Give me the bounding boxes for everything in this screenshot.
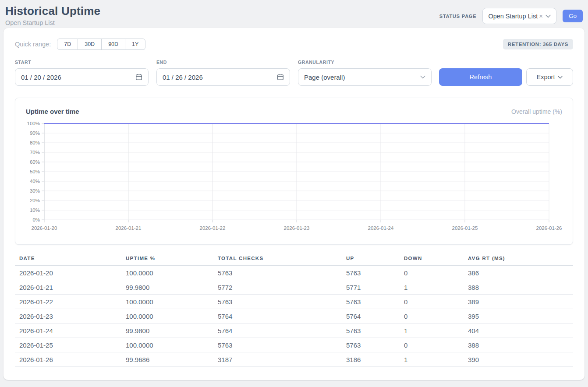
quick-range-90d[interactable]: 90D [102, 39, 125, 50]
table-body: 2026-01-20100.00005763576303862026-01-21… [15, 266, 573, 367]
table-cell: 1 [404, 327, 468, 334]
clear-icon[interactable]: × [539, 13, 543, 19]
table-header-row: DATEUPTIME %TOTAL CHECKSUPDOWNAVG RT (MS… [15, 256, 573, 266]
end-label: END [156, 60, 290, 65]
table-cell: 99.9800 [126, 284, 218, 291]
go-button[interactable]: Go [563, 10, 583, 22]
svg-text:70%: 70% [30, 150, 40, 155]
quick-range-label: Quick range: [15, 41, 51, 48]
start-label: START [15, 60, 149, 65]
chart-header: Uptime over time Overall uptime (%) [15, 108, 573, 115]
table-row: 2026-01-25100.0000576357630388 [15, 338, 573, 352]
svg-text:2026-01-23: 2026-01-23 [284, 225, 310, 231]
table-cell: 2026-01-22 [19, 298, 126, 306]
svg-text:40%: 40% [30, 179, 40, 184]
table-cell: 100.0000 [126, 313, 218, 320]
column-header: AVG RT (MS) [468, 256, 573, 261]
quick-range-group: 7D30D90D1Y [57, 39, 145, 50]
table-cell: 3186 [346, 356, 404, 363]
svg-text:60%: 60% [30, 159, 40, 165]
calendar-icon[interactable] [135, 74, 142, 81]
table-cell: 0 [404, 341, 468, 349]
refresh-button[interactable]: Refresh [439, 68, 522, 86]
calendar-icon[interactable] [277, 74, 284, 81]
table-cell: 5771 [346, 284, 404, 291]
column-header: UPTIME % [126, 256, 218, 261]
filters-row: START 01 / 20 / 2026 END 01 / 26 / 2026 … [15, 60, 573, 86]
chevron-down-icon [558, 76, 563, 79]
table-cell: 5763 [346, 327, 404, 334]
end-date-input[interactable]: 01 / 26 / 2026 [156, 68, 290, 86]
main-panel: Quick range: 7D30D90D1Y RETENTION: 365 D… [4, 28, 584, 380]
table-cell: 5763 [346, 298, 404, 306]
table-cell: 0 [404, 298, 468, 306]
table-cell: 5764 [218, 327, 346, 334]
table-cell: 100.0000 [126, 341, 218, 349]
table-row: 2026-01-2499.9800576457631404 [15, 324, 573, 338]
svg-text:2026-01-26: 2026-01-26 [536, 225, 562, 231]
granularity-select[interactable]: Page (overall) [298, 68, 432, 86]
svg-text:10%: 10% [30, 208, 40, 213]
table-cell: 0 [404, 313, 468, 320]
column-header: DOWN [404, 256, 468, 261]
chart-title: Uptime over time [26, 108, 79, 115]
column-header: TOTAL CHECKS [218, 256, 346, 261]
table-cell: 5763 [346, 341, 404, 349]
svg-text:2026-01-24: 2026-01-24 [368, 225, 394, 231]
quick-range-30d[interactable]: 30D [78, 39, 102, 50]
svg-text:2026-01-20: 2026-01-20 [32, 225, 57, 231]
svg-text:90%: 90% [30, 130, 40, 136]
svg-text:2026-01-25: 2026-01-25 [452, 225, 478, 231]
title-block: Historical Uptime Open Startup List [5, 4, 100, 26]
uptime-chart-card: Uptime over time Overall uptime (%) 0%10… [15, 98, 573, 245]
granularity-value: Page (overall) [304, 74, 345, 81]
svg-text:100%: 100% [27, 121, 40, 126]
status-page-value: Open Startup List [488, 13, 538, 20]
table-cell: 388 [468, 341, 573, 349]
quick-range-7d[interactable]: 7D [57, 39, 78, 50]
table-cell: 1 [404, 356, 468, 363]
table-cell: 2026-01-25 [19, 341, 126, 349]
end-date-field: END 01 / 26 / 2026 [156, 60, 290, 86]
table-cell: 5764 [346, 313, 404, 320]
end-date-value: 01 / 26 / 2026 [163, 74, 203, 81]
quick-range-row: Quick range: 7D30D90D1Y RETENTION: 365 D… [15, 39, 573, 50]
table-row: 2026-01-23100.0000576457640395 [15, 309, 573, 324]
granularity-field: GRANULARITY Page (overall) [298, 60, 432, 86]
table-cell: 388 [468, 284, 573, 291]
table-cell: 395 [468, 313, 573, 320]
svg-text:20%: 20% [30, 198, 40, 203]
granularity-label: GRANULARITY [298, 60, 432, 65]
table-cell: 386 [468, 269, 573, 277]
table-cell: 5772 [218, 284, 346, 291]
chevron-down-icon [545, 14, 551, 18]
table-cell: 0 [404, 269, 468, 277]
start-date-field: START 01 / 20 / 2026 [15, 60, 149, 86]
svg-text:30%: 30% [30, 188, 40, 194]
start-date-input[interactable]: 01 / 20 / 2026 [15, 68, 149, 86]
export-button[interactable]: Export [526, 68, 573, 86]
table-cell: 390 [468, 356, 573, 363]
uptime-table: DATEUPTIME %TOTAL CHECKSUPDOWNAVG RT (MS… [15, 256, 573, 367]
table-cell: 100.0000 [126, 269, 218, 277]
table-cell: 5763 [218, 298, 346, 306]
column-header: DATE [19, 256, 126, 261]
table-cell: 2026-01-23 [19, 313, 126, 320]
table-cell: 2026-01-21 [19, 284, 126, 291]
retention-badge: RETENTION: 365 DAYS [503, 39, 573, 49]
status-page-label: STATUS PAGE [439, 14, 477, 19]
table-cell: 2026-01-20 [19, 269, 126, 277]
column-header: UP [346, 256, 404, 261]
status-page-select[interactable]: Open Startup List × [482, 8, 556, 24]
table-cell: 2026-01-26 [19, 356, 126, 363]
export-label: Export [537, 74, 555, 81]
table-cell: 1 [404, 284, 468, 291]
chart-legend: Overall uptime (%) [511, 108, 562, 115]
svg-text:50%: 50% [30, 169, 40, 174]
page-header: Historical Uptime Open Startup List STAT… [0, 0, 588, 28]
table-cell: 99.9686 [126, 356, 218, 363]
svg-text:0%: 0% [32, 217, 40, 222]
table-cell: 5763 [218, 269, 346, 277]
uptime-chart: 0%10%20%30%40%50%60%70%80%90%100%2026-01… [15, 119, 574, 241]
quick-range-1y[interactable]: 1Y [125, 39, 145, 50]
